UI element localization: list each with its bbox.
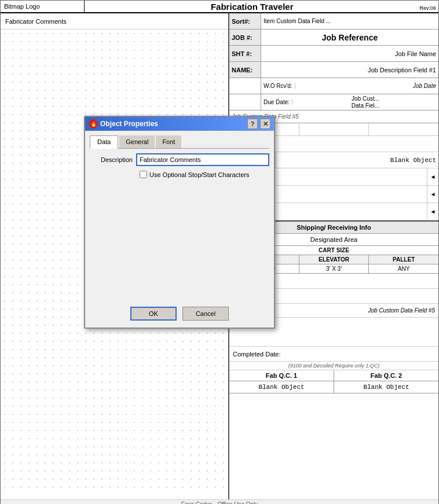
- cancel-button[interactable]: Cancel: [182, 307, 229, 321]
- modal-tab-data[interactable]: Data: [90, 135, 118, 149]
- modal-title: Object Properties: [100, 120, 158, 128]
- modal-icon: 🔥: [89, 119, 98, 128]
- optional-stop-checkbox[interactable]: [140, 171, 147, 178]
- modal-close-btn[interactable]: ✕: [260, 119, 270, 129]
- ok-button[interactable]: OK: [130, 307, 177, 321]
- description-label: Description: [90, 156, 136, 163]
- modal-tab-general[interactable]: General: [119, 135, 155, 148]
- modal-titlebar: 🔥 Object Properties ? ✕: [85, 117, 274, 131]
- optional-stop-label: Use Optional Stop/Start Characters: [149, 171, 249, 178]
- modal-tab-font[interactable]: Font: [156, 135, 181, 148]
- modal-tabs: Data General Font: [90, 135, 269, 149]
- modal-overlay: 🔥 Object Properties ? ✕ Data General Fon…: [0, 0, 439, 504]
- description-input[interactable]: [136, 153, 269, 166]
- modal-help-btn[interactable]: ?: [247, 119, 258, 129]
- modal-dialog: 🔥 Object Properties ? ✕ Data General Fon…: [84, 116, 275, 329]
